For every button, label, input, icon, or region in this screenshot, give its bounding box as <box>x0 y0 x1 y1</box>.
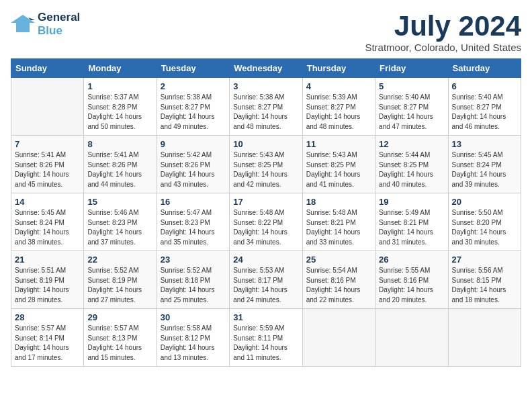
calendar-cell: 28Sunrise: 5:57 AMSunset: 8:14 PMDayligh… <box>11 309 84 367</box>
calendar-cell <box>375 309 448 367</box>
cell-info: Sunrise: 5:42 AMSunset: 8:26 PMDaylight:… <box>161 150 226 189</box>
day-number: 21 <box>15 255 80 265</box>
cell-info: Sunrise: 5:50 AMSunset: 8:20 PMDaylight:… <box>452 208 517 247</box>
day-number: 8 <box>87 139 152 149</box>
cell-info: Sunrise: 5:41 AMSunset: 8:26 PMDaylight:… <box>15 150 80 189</box>
day-number: 14 <box>15 197 80 207</box>
calendar-cell: 1Sunrise: 5:37 AMSunset: 8:28 PMDaylight… <box>84 78 157 136</box>
calendar-cell: 25Sunrise: 5:54 AMSunset: 8:16 PMDayligh… <box>302 251 375 309</box>
calendar-cell <box>448 309 521 367</box>
day-number: 22 <box>87 255 152 265</box>
cell-info: Sunrise: 5:53 AMSunset: 8:17 PMDaylight:… <box>233 266 298 305</box>
calendar-cell: 13Sunrise: 5:45 AMSunset: 8:24 PMDayligh… <box>448 136 521 193</box>
cell-info: Sunrise: 5:38 AMSunset: 8:27 PMDaylight:… <box>233 93 298 132</box>
cell-info: Sunrise: 5:52 AMSunset: 8:19 PMDaylight:… <box>87 266 152 305</box>
day-number: 19 <box>379 197 444 207</box>
day-number: 27 <box>452 255 517 265</box>
day-number: 13 <box>452 139 517 149</box>
cell-info: Sunrise: 5:49 AMSunset: 8:21 PMDaylight:… <box>379 208 444 247</box>
month-title: July 2024 <box>365 11 521 42</box>
day-number: 28 <box>15 312 80 322</box>
day-number: 25 <box>306 255 371 265</box>
logo-icon <box>11 13 35 35</box>
title-block: July 2024 Stratmoor, Colorado, United St… <box>365 11 521 53</box>
cell-info: Sunrise: 5:56 AMSunset: 8:15 PMDaylight:… <box>452 266 517 305</box>
weekday-header-monday: Monday <box>84 59 157 78</box>
calendar-cell: 22Sunrise: 5:52 AMSunset: 8:19 PMDayligh… <box>84 251 157 309</box>
calendar-cell <box>11 78 84 136</box>
calendar-cell <box>302 309 375 367</box>
day-number: 23 <box>161 255 226 265</box>
cell-info: Sunrise: 5:47 AMSunset: 8:23 PMDaylight:… <box>161 208 226 247</box>
calendar-cell: 9Sunrise: 5:42 AMSunset: 8:26 PMDaylight… <box>157 136 229 193</box>
cell-info: Sunrise: 5:52 AMSunset: 8:18 PMDaylight:… <box>161 266 226 305</box>
cell-info: Sunrise: 5:57 AMSunset: 8:13 PMDaylight:… <box>87 324 152 363</box>
calendar-cell: 19Sunrise: 5:49 AMSunset: 8:21 PMDayligh… <box>375 193 448 251</box>
cell-info: Sunrise: 5:58 AMSunset: 8:12 PMDaylight:… <box>161 324 226 363</box>
calendar-cell: 26Sunrise: 5:55 AMSunset: 8:16 PMDayligh… <box>375 251 448 309</box>
cell-info: Sunrise: 5:38 AMSunset: 8:27 PMDaylight:… <box>161 93 226 132</box>
cell-info: Sunrise: 5:48 AMSunset: 8:21 PMDaylight:… <box>306 208 371 247</box>
svg-marker-0 <box>11 15 35 32</box>
calendar-cell: 3Sunrise: 5:38 AMSunset: 8:27 PMDaylight… <box>230 78 302 136</box>
calendar-cell: 12Sunrise: 5:44 AMSunset: 8:25 PMDayligh… <box>375 136 448 193</box>
calendar-table: SundayMondayTuesdayWednesdayThursdayFrid… <box>11 58 521 367</box>
day-number: 26 <box>379 255 444 265</box>
calendar-cell: 23Sunrise: 5:52 AMSunset: 8:18 PMDayligh… <box>157 251 229 309</box>
day-number: 1 <box>87 81 152 91</box>
cell-info: Sunrise: 5:43 AMSunset: 8:25 PMDaylight:… <box>306 150 371 189</box>
calendar-cell: 11Sunrise: 5:43 AMSunset: 8:25 PMDayligh… <box>302 136 375 193</box>
day-number: 12 <box>379 139 444 149</box>
calendar-cell: 15Sunrise: 5:46 AMSunset: 8:23 PMDayligh… <box>84 193 157 251</box>
day-number: 15 <box>87 197 152 207</box>
day-number: 9 <box>161 139 226 149</box>
cell-info: Sunrise: 5:57 AMSunset: 8:14 PMDaylight:… <box>15 324 80 363</box>
cell-info: Sunrise: 5:59 AMSunset: 8:11 PMDaylight:… <box>233 324 298 363</box>
cell-info: Sunrise: 5:39 AMSunset: 8:27 PMDaylight:… <box>306 93 371 132</box>
weekday-header-saturday: Saturday <box>448 59 521 78</box>
day-number: 24 <box>233 255 298 265</box>
logo-line2: Blue <box>38 24 80 38</box>
cell-info: Sunrise: 5:55 AMSunset: 8:16 PMDaylight:… <box>379 266 444 305</box>
day-number: 5 <box>379 81 444 91</box>
cell-info: Sunrise: 5:54 AMSunset: 8:16 PMDaylight:… <box>306 266 371 305</box>
calendar-cell: 18Sunrise: 5:48 AMSunset: 8:21 PMDayligh… <box>302 193 375 251</box>
day-number: 2 <box>161 81 226 91</box>
cell-info: Sunrise: 5:51 AMSunset: 8:19 PMDaylight:… <box>15 266 80 305</box>
calendar-cell: 30Sunrise: 5:58 AMSunset: 8:12 PMDayligh… <box>157 309 229 367</box>
calendar-cell: 21Sunrise: 5:51 AMSunset: 8:19 PMDayligh… <box>11 251 84 309</box>
calendar-cell: 5Sunrise: 5:40 AMSunset: 8:27 PMDaylight… <box>375 78 448 136</box>
calendar-week-1: 1Sunrise: 5:37 AMSunset: 8:28 PMDaylight… <box>11 78 521 136</box>
calendar-cell: 14Sunrise: 5:45 AMSunset: 8:24 PMDayligh… <box>11 193 84 251</box>
calendar-cell: 17Sunrise: 5:48 AMSunset: 8:22 PMDayligh… <box>230 193 302 251</box>
calendar-week-3: 14Sunrise: 5:45 AMSunset: 8:24 PMDayligh… <box>11 193 521 251</box>
calendar-cell: 31Sunrise: 5:59 AMSunset: 8:11 PMDayligh… <box>230 309 302 367</box>
day-number: 30 <box>161 312 226 322</box>
day-number: 17 <box>233 197 298 207</box>
day-number: 10 <box>233 139 298 149</box>
calendar-cell: 20Sunrise: 5:50 AMSunset: 8:20 PMDayligh… <box>448 193 521 251</box>
day-number: 20 <box>452 197 517 207</box>
calendar-cell: 8Sunrise: 5:41 AMSunset: 8:26 PMDaylight… <box>84 136 157 193</box>
weekday-header-wednesday: Wednesday <box>230 59 302 78</box>
day-number: 31 <box>233 312 298 322</box>
calendar-cell: 16Sunrise: 5:47 AMSunset: 8:23 PMDayligh… <box>157 193 229 251</box>
page-header: General Blue July 2024 Stratmoor, Colora… <box>11 11 521 53</box>
cell-info: Sunrise: 5:37 AMSunset: 8:28 PMDaylight:… <box>87 93 152 132</box>
cell-info: Sunrise: 5:43 AMSunset: 8:25 PMDaylight:… <box>233 150 298 189</box>
calendar-week-2: 7Sunrise: 5:41 AMSunset: 8:26 PMDaylight… <box>11 136 521 193</box>
calendar-week-5: 28Sunrise: 5:57 AMSunset: 8:14 PMDayligh… <box>11 309 521 367</box>
cell-info: Sunrise: 5:45 AMSunset: 8:24 PMDaylight:… <box>452 150 517 189</box>
location-title: Stratmoor, Colorado, United States <box>365 42 521 53</box>
day-number: 16 <box>161 197 226 207</box>
calendar-cell: 6Sunrise: 5:40 AMSunset: 8:27 PMDaylight… <box>448 78 521 136</box>
weekday-header-row: SundayMondayTuesdayWednesdayThursdayFrid… <box>11 59 521 78</box>
day-number: 4 <box>306 81 371 91</box>
weekday-header-tuesday: Tuesday <box>157 59 229 78</box>
weekday-header-thursday: Thursday <box>302 59 375 78</box>
calendar-cell: 4Sunrise: 5:39 AMSunset: 8:27 PMDaylight… <box>302 78 375 136</box>
cell-info: Sunrise: 5:40 AMSunset: 8:27 PMDaylight:… <box>379 93 444 132</box>
day-number: 18 <box>306 197 371 207</box>
cell-info: Sunrise: 5:48 AMSunset: 8:22 PMDaylight:… <box>233 208 298 247</box>
cell-info: Sunrise: 5:41 AMSunset: 8:26 PMDaylight:… <box>87 150 152 189</box>
